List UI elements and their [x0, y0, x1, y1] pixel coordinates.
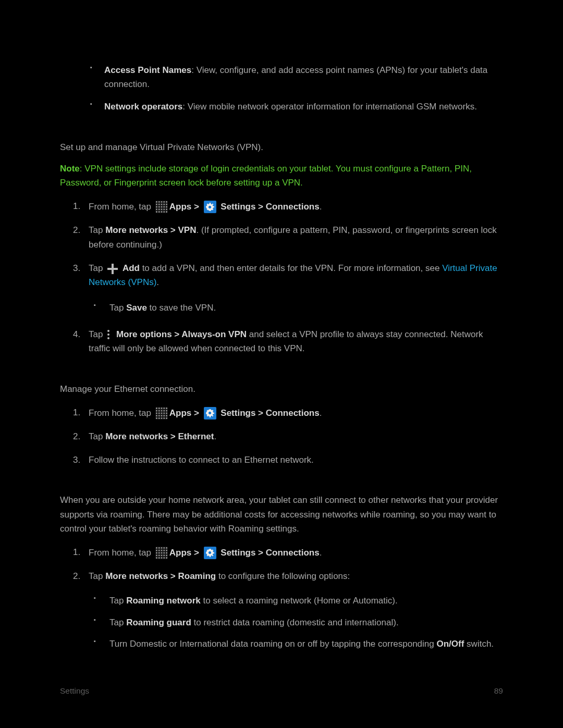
roaming-heading	[60, 472, 503, 484]
vpn-intro: Set up and manage Virtual Private Networ…	[60, 138, 503, 159]
vpn-step-4: 4. Tap More options > Always-on VPN and …	[60, 323, 503, 361]
roaming-sub-onoff: Turn Domestic or International data roam…	[89, 633, 503, 654]
footer-page-number: 89	[494, 685, 503, 698]
vpn-heading	[60, 119, 503, 131]
ethernet-step-1: 1. From home, tap Apps > Settings > Conn…	[60, 401, 503, 425]
vpn-step-1: 1. From home, tap Apps > Settings > Conn…	[60, 195, 503, 219]
bullet-operators: Network operators: View mobile network o…	[60, 96, 503, 119]
ethernet-step-2: 2. Tap More networks > Ethernet.	[60, 425, 503, 449]
plus-icon	[107, 264, 118, 274]
settings-icon	[204, 201, 216, 213]
note-text: : VPN settings include storage of login …	[60, 164, 472, 188]
operators-label: Network operators	[104, 102, 182, 112]
vpn-step-3-sub: Tap Save to save the VPN.	[89, 297, 503, 318]
document-page: Access Point Names: View, configure, and…	[0, 0, 563, 728]
ethernet-steps: 1. From home, tap Apps > Settings > Conn…	[60, 401, 503, 473]
vpn-step-3-sub-save: Tap Save to save the VPN.	[89, 297, 503, 318]
apps-icon	[155, 201, 168, 213]
vpn-step-2: 2. Tap More networks > VPN. (If prompted…	[60, 219, 503, 256]
settings-icon	[204, 547, 216, 559]
settings-icon	[204, 407, 216, 419]
vpn-step-3: 3. Tap Add to add a VPN, and then enter …	[60, 257, 503, 324]
roaming-sub: Tap Roaming network to select a roaming …	[89, 589, 503, 654]
ethernet-step-3: 3. Follow the instructions to connect to…	[60, 449, 503, 472]
footer-section: Settings	[60, 685, 89, 698]
page-footer: Settings 89	[60, 685, 503, 698]
apps-icon	[155, 407, 168, 419]
more-options-icon	[106, 329, 111, 341]
bullet-apn: Access Point Names: View, configure, and…	[60, 60, 503, 96]
vpn-note: Note: VPN settings include storage of lo…	[60, 159, 503, 195]
roaming-intro: When you are outside your home network a…	[60, 491, 503, 541]
apn-operator-bullets: Access Point Names: View, configure, and…	[60, 60, 503, 119]
vpn-steps: 1. From home, tap Apps > Settings > Conn…	[60, 195, 503, 361]
apn-label: Access Point Names	[104, 65, 191, 75]
roaming-steps: 1. From home, tap Apps > Settings > Conn…	[60, 541, 503, 659]
operators-text: : View mobile network operator informati…	[182, 102, 477, 112]
roaming-sub-guard: Tap Roaming guard to restrict data roami…	[89, 611, 503, 633]
roaming-step-1: 1. From home, tap Apps > Settings > Conn…	[60, 541, 503, 565]
note-label: Note	[60, 164, 80, 174]
apps-icon	[155, 547, 168, 559]
roaming-step-2: 2. Tap More networks > Roaming to config…	[60, 565, 503, 659]
roaming-sub-network: Tap Roaming network to select a roaming …	[89, 589, 503, 611]
ethernet-intro: Manage your Ethernet connection.	[60, 380, 503, 401]
ethernet-heading	[60, 361, 503, 373]
